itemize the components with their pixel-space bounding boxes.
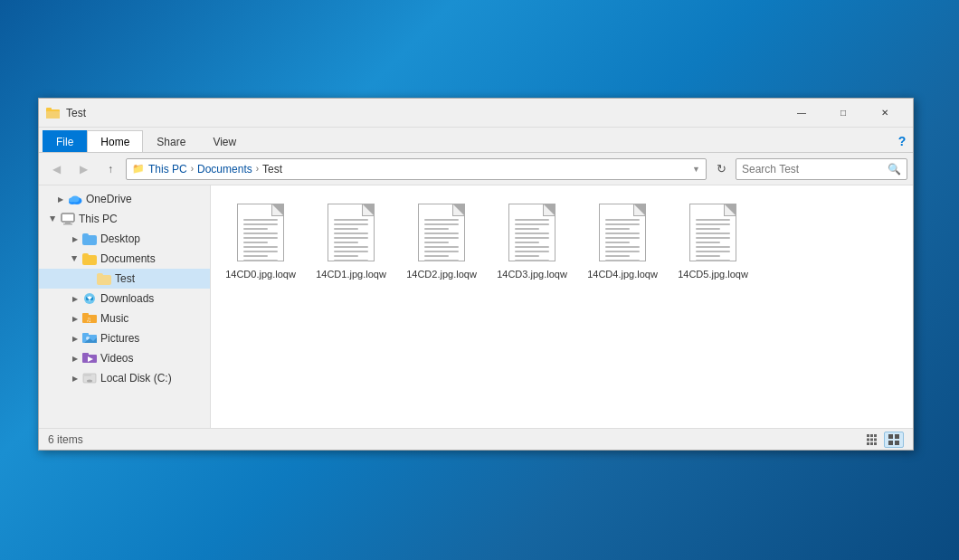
sidebar-item-test[interactable]: ▶ Test [39,269,210,289]
address-bar[interactable]: 📁 This PC › Documents › Test ▼ [126,158,707,180]
sidebar-item-local-disk[interactable]: ▶ Local Disk (C:) [39,368,210,388]
videos-expand-arrow: ▶ [68,351,82,365]
search-icon[interactable]: 🔍 [888,163,901,176]
sidebar-item-onedrive[interactable]: ▶ OneDrive [39,189,210,209]
sidebar-item-pictures[interactable]: ▶ Pictures [39,328,210,348]
document-icon-5 [689,204,736,261]
tab-share[interactable]: Share [143,130,199,152]
file-item-5[interactable]: 14CD5.jpg.loqw [672,195,754,287]
doc-lines-1 [334,219,368,261]
forward-button[interactable]: ▶ [71,158,95,180]
refresh-button[interactable]: ↻ [710,158,732,180]
tab-home[interactable]: Home [87,130,143,152]
pictures-expand-arrow: ▶ [68,331,82,346]
back-button[interactable]: ◀ [44,158,68,180]
svg-rect-30 [870,434,873,437]
svg-rect-9 [65,222,71,223]
sidebar-videos-label: Videos [100,352,133,365]
doc-line-short [605,242,630,243]
title-bar: Test — □ ✕ [39,99,913,128]
svg-rect-35 [867,442,869,445]
doc-line-short [243,228,268,230]
file-area: 14CD0.jpg.loqw [211,185,913,428]
file-icon-5 [686,201,740,264]
documents-icon [82,252,97,266]
window-controls: — □ ✕ [781,99,906,128]
sidebar-item-music[interactable]: ▶ ♫ Music [39,308,210,328]
doc-line [334,246,368,248]
file-item-1[interactable]: 14CD1.jpg.loqw [310,195,392,287]
address-folder-icon: 📁 [132,163,145,175]
file-item-4[interactable]: 14CD4.jpg.loqw [582,195,663,287]
file-icon-1 [324,201,378,264]
svg-rect-32 [867,438,869,441]
onedrive-expand-arrow: ▶ [53,192,68,206]
music-expand-arrow: ▶ [68,311,82,326]
item-count: 6 items [48,433,83,446]
search-box[interactable]: 🔍 [736,158,907,180]
svg-rect-28 [84,375,91,376]
file-name-3: 14CD3.jpg.loqw [497,268,567,280]
details-view-button[interactable] [862,432,882,448]
sidebar-item-downloads[interactable]: ▶ Downloads [39,289,210,308]
doc-line [515,260,549,261]
breadcrumb-documents[interactable]: Documents [197,163,252,176]
doc-line [605,223,640,225]
file-icon-3 [505,201,559,264]
sidebar-item-desktop[interactable]: ▶ Desktop [39,229,210,249]
doc-line [334,233,368,234]
svg-rect-29 [867,434,869,437]
doc-line [515,223,549,225]
doc-line [605,219,640,221]
tab-file[interactable]: File [43,130,87,152]
large-icons-view-button[interactable] [884,432,904,448]
doc-line [243,223,278,225]
doc-line [605,251,640,252]
address-expand-button[interactable]: ▼ [692,165,700,174]
close-button[interactable]: ✕ [864,99,906,128]
sidebar-item-this-pc[interactable]: ▶ This PC [39,209,210,229]
file-item-3[interactable]: 14CD3.jpg.loqw [491,195,573,287]
sidebar-this-pc-label: This PC [79,213,118,225]
file-icon-4 [595,201,650,264]
file-item-2[interactable]: 14CD2.jpg.loqw [401,195,482,287]
file-icon-0 [233,201,288,264]
breadcrumb-this-pc[interactable]: This PC [148,163,187,176]
documents-expand-arrow: ▶ [68,252,82,266]
svg-rect-41 [895,441,899,445]
up-button[interactable]: ↑ [99,158,122,180]
svg-rect-37 [874,442,877,445]
doc-lines-4 [605,219,640,261]
svg-rect-24 [82,353,89,356]
svg-rect-20 [82,333,89,337]
ribbon-tabs: File Home Share View ? [39,128,913,153]
svg-text:♫: ♫ [86,316,91,324]
doc-lines-0 [243,219,278,261]
document-icon-3 [508,204,555,261]
sidebar-desktop-label: Desktop [100,233,140,245]
doc-line-short [696,242,720,243]
doc-line-short [605,255,630,257]
downloads-icon [82,291,97,306]
tab-view[interactable]: View [199,130,250,152]
doc-line-short [243,242,268,243]
doc-line [696,246,730,248]
window-icon [46,106,61,120]
doc-lines-5 [696,219,730,261]
sidebar-item-documents[interactable]: ▶ Documents [39,249,210,269]
search-input[interactable] [742,163,884,176]
doc-lines-2 [424,219,459,261]
minimize-button[interactable]: — [781,99,822,128]
doc-line [424,251,459,252]
doc-line [515,219,549,221]
doc-line-short [515,228,539,230]
local-disk-expand-arrow: ▶ [68,371,82,385]
file-item-0[interactable]: 14CD0.jpg.loqw [220,195,301,287]
breadcrumb-test: Test [262,163,282,176]
main-area: ▶ OneDrive ▶ [39,185,913,428]
toolbar: ◀ ▶ ↑ 📁 This PC › Documents › Test ▼ ↻ 🔍 [39,153,913,185]
help-button[interactable]: ? [891,130,913,152]
maximize-button[interactable]: □ [822,99,864,128]
sidebar-item-videos[interactable]: ▶ Videos [39,348,210,368]
doc-line-short [696,228,720,230]
